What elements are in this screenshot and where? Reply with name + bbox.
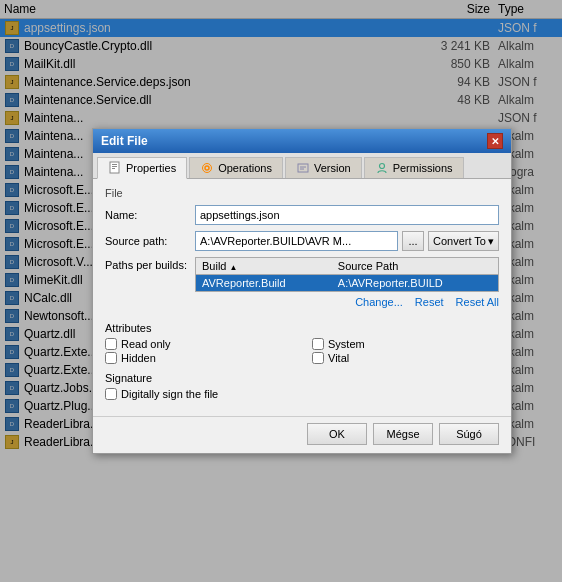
links-row: Change... Reset Reset All	[195, 296, 499, 308]
ok-button[interactable]: OK	[307, 423, 367, 445]
tab-properties[interactable]: Properties	[97, 157, 187, 179]
tab-permissions[interactable]: Permissions	[364, 157, 464, 178]
name-row: Name:	[105, 205, 499, 225]
name-input[interactable]	[195, 205, 499, 225]
source-path-row: Source path: ... Convert To ▾	[105, 231, 499, 251]
builds-table: Build ▲ Source Path AVReporter.BuildA:\A…	[196, 258, 498, 291]
col-build-header: Build ▲	[196, 258, 332, 275]
attributes-grid: Read onlySystemHiddenVital	[105, 338, 499, 364]
svg-point-5	[203, 164, 212, 173]
convert-to-button[interactable]: Convert To ▾	[428, 231, 499, 251]
svg-rect-0	[110, 162, 119, 173]
change-button[interactable]: Change...	[355, 296, 403, 308]
signature-title: Signature	[105, 372, 499, 384]
source-path-input[interactable]	[195, 231, 398, 251]
sort-icon: ▲	[230, 263, 238, 272]
col-source-path-header: Source Path	[332, 258, 498, 275]
edit-file-dialog: Edit File ✕ Properties Operat	[92, 128, 512, 454]
version-icon	[296, 161, 310, 175]
digitally-sign-label: Digitally sign the file	[121, 388, 218, 400]
read-only-row: Read only	[105, 338, 292, 350]
system-checkbox[interactable]	[312, 338, 324, 350]
dialog-content: File Name: Source path: ... Convert To ▾…	[93, 179, 511, 416]
dialog-footer: OK Mégse Súgó	[93, 416, 511, 453]
digitally-sign-checkbox[interactable]	[105, 388, 117, 400]
dialog-title: Edit File	[101, 134, 148, 148]
page-icon	[108, 161, 122, 175]
attributes-title: Attributes	[105, 322, 499, 334]
help-button[interactable]: Súgó	[439, 423, 499, 445]
read-only-label: Read only	[121, 338, 171, 350]
reset-button[interactable]: Reset	[415, 296, 444, 308]
svg-rect-2	[112, 166, 117, 167]
name-label: Name:	[105, 209, 195, 221]
file-section-label: File	[105, 187, 499, 199]
svg-rect-3	[112, 168, 115, 169]
svg-rect-1	[112, 164, 117, 165]
chevron-down-icon: ▾	[488, 235, 494, 248]
digitally-sign-row: Digitally sign the file	[105, 388, 499, 400]
source-path-label: Source path:	[105, 235, 195, 247]
paths-per-builds-row: Paths per builds: Build ▲ Source Path	[105, 257, 499, 316]
svg-point-4	[205, 166, 209, 170]
system-row: System	[312, 338, 499, 350]
hidden-checkbox[interactable]	[105, 352, 117, 364]
builds-table-container: Build ▲ Source Path AVReporter.BuildA:\A…	[195, 257, 499, 292]
tabs-container: Properties Operations Version	[93, 153, 511, 179]
gear-icon	[200, 161, 214, 175]
tab-permissions-label: Permissions	[393, 162, 453, 174]
tab-operations-label: Operations	[218, 162, 272, 174]
paths-per-builds-label: Paths per builds:	[105, 257, 195, 271]
cancel-button[interactable]: Mégse	[373, 423, 433, 445]
tab-version-label: Version	[314, 162, 351, 174]
signature-section: Signature Digitally sign the file	[105, 372, 499, 400]
hidden-label: Hidden	[121, 352, 156, 364]
browse-button[interactable]: ...	[402, 231, 424, 251]
vital-label: Vital	[328, 352, 349, 364]
permissions-icon	[375, 161, 389, 175]
dialog-close-button[interactable]: ✕	[487, 133, 503, 149]
vital-row: Vital	[312, 352, 499, 364]
read-only-checkbox[interactable]	[105, 338, 117, 350]
build-cell: AVReporter.Build	[196, 275, 332, 292]
source-path-cell: A:\AVReporter.BUILD	[332, 275, 498, 292]
table-row[interactable]: AVReporter.BuildA:\AVReporter.BUILD	[196, 275, 498, 292]
vital-checkbox[interactable]	[312, 352, 324, 364]
svg-rect-6	[298, 164, 308, 172]
reset-all-button[interactable]: Reset All	[456, 296, 499, 308]
svg-point-9	[379, 164, 384, 169]
dialog-titlebar: Edit File ✕	[93, 129, 511, 153]
hidden-row: Hidden	[105, 352, 292, 364]
tab-operations[interactable]: Operations	[189, 157, 283, 178]
tab-properties-label: Properties	[126, 162, 176, 174]
tab-version[interactable]: Version	[285, 157, 362, 178]
convert-to-label: Convert To	[433, 235, 486, 247]
system-label: System	[328, 338, 365, 350]
